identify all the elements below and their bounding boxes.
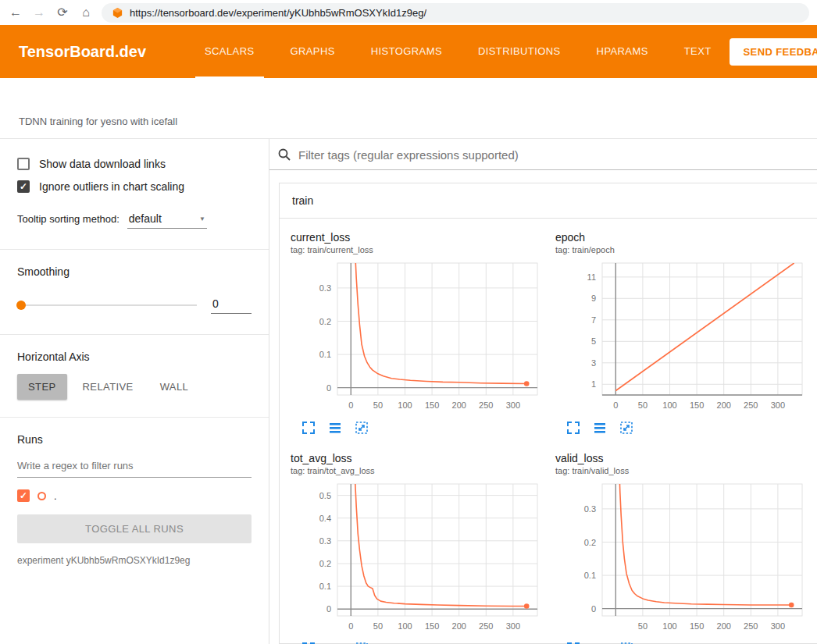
svg-text:250: 250 (744, 400, 758, 410)
svg-text:100: 100 (398, 621, 412, 631)
svg-text:150: 150 (690, 621, 704, 631)
expand-chart-button[interactable] (566, 421, 580, 435)
log-y-axis-button[interactable] (593, 421, 607, 435)
run-color-swatch (37, 492, 46, 500)
line-chart[interactable]: 05010015020025030000.10.20.30.40.5 (291, 480, 551, 639)
experiment-id-caption: experiment yKUbhb5wRmOSXYkId1z9eg (17, 555, 252, 566)
svg-text:0: 0 (326, 604, 331, 614)
dropdown-arrow-icon: ▼ (199, 215, 205, 222)
forward-icon[interactable]: → (31, 6, 47, 19)
svg-text:300: 300 (771, 400, 785, 410)
ignore-outliers-label: Ignore outliers in chart scaling (39, 180, 184, 193)
tooltip-sorting-row: Tooltip sorting method: default ▼ (17, 212, 252, 229)
svg-text:300: 300 (771, 621, 785, 631)
expand-chart-button[interactable] (301, 421, 316, 435)
run-checkbox[interactable]: ✓ (17, 489, 30, 502)
smoothing-label: Smoothing (17, 265, 252, 278)
ignore-outliers-row[interactable]: ✓ Ignore outliers in chart scaling (17, 180, 252, 193)
line-chart[interactable]: 0501001502002503001357911 (555, 259, 815, 418)
svg-text:0.1: 0.1 (319, 582, 331, 591)
divider (0, 334, 269, 335)
svg-text:50: 50 (638, 621, 648, 631)
svg-text:0.3: 0.3 (584, 504, 596, 514)
svg-text:3: 3 (591, 358, 596, 368)
tab-graphs[interactable]: GRAPHS (281, 25, 344, 78)
tooltip-sorting-select[interactable]: default ▼ (127, 212, 207, 229)
divider (0, 417, 269, 418)
url-text: https://tensorboard.dev/experiment/yKUbh… (130, 7, 426, 19)
svg-text:100: 100 (398, 400, 412, 410)
svg-text:50: 50 (638, 400, 648, 410)
tab-scalars[interactable]: SCALARS (195, 25, 264, 78)
smoothing-value[interactable]: 0 (211, 297, 252, 314)
log-y-axis-icon (593, 421, 607, 435)
axis-step-button[interactable]: STEP (17, 374, 67, 400)
checkbox-checked-icon[interactable]: ✓ (17, 180, 30, 193)
fullscreen-icon (301, 421, 316, 435)
axis-wall-button[interactable]: WALL (149, 374, 200, 400)
axis-relative-button[interactable]: RELATIVE (72, 374, 144, 400)
checkbox-unchecked-icon[interactable] (17, 158, 30, 170)
svg-text:7: 7 (591, 315, 596, 325)
svg-text:5: 5 (591, 336, 596, 346)
svg-text:0.3: 0.3 (319, 536, 331, 546)
app-header: TensorBoard.dev SCALARS GRAPHS HISTOGRAM… (0, 25, 817, 78)
svg-text:0: 0 (348, 400, 353, 410)
show-download-links-row[interactable]: Show data download links (17, 158, 252, 170)
search-icon (277, 148, 291, 162)
svg-text:150: 150 (690, 400, 704, 410)
chart-tag: tag: train/current_loss (291, 245, 551, 254)
svg-text:150: 150 (425, 400, 439, 410)
tag-filter-row (269, 139, 817, 170)
svg-text:300: 300 (506, 400, 520, 410)
svg-text:0: 0 (613, 400, 618, 410)
settings-sidebar: Show data download links ✓ Ignore outlie… (0, 139, 269, 644)
svg-text:0.2: 0.2 (319, 559, 331, 568)
fullscreen-icon (566, 421, 580, 435)
refresh-icon[interactable]: ⟳ (55, 6, 70, 19)
smoothing-slider[interactable] (17, 304, 197, 306)
divider (0, 249, 269, 250)
toggle-all-runs-button[interactable]: TOGGLE ALL RUNS (17, 514, 252, 543)
line-chart[interactable]: 5010015020025030000.10.20.3 (555, 480, 815, 639)
tab-distributions[interactable]: DISTRIBUTIONS (469, 25, 570, 78)
app-logo[interactable]: TensorBoard.dev (19, 43, 146, 61)
svg-text:0: 0 (348, 621, 353, 631)
home-icon[interactable]: ⌂ (78, 6, 94, 19)
tag-filter-input[interactable] (298, 148, 814, 162)
back-icon[interactable]: ← (8, 6, 23, 19)
line-chart[interactable]: 05010015020025030000.10.20.3 (291, 259, 551, 418)
send-feedback-button[interactable]: SEND FEEDBACK (730, 38, 817, 66)
address-bar[interactable]: https://tensorboard.dev/experiment/yKUbh… (102, 3, 809, 23)
svg-text:0: 0 (326, 383, 331, 393)
content: Show data download links ✓ Ignore outlie… (0, 139, 817, 644)
fit-data-button[interactable] (619, 421, 633, 435)
nav-tabs: SCALARS GRAPHS HISTOGRAMS DISTRIBUTIONS … (187, 25, 730, 78)
tab-hparams[interactable]: HPARAMS (587, 25, 658, 78)
run-item[interactable]: ✓ . (17, 489, 252, 502)
chart-title: epoch (555, 231, 815, 244)
log-y-axis-button[interactable] (328, 421, 342, 435)
tooltip-sorting-value: default (129, 212, 162, 225)
svg-text:0.3: 0.3 (319, 283, 331, 293)
fit-data-button[interactable] (355, 421, 369, 435)
tensorboard-favicon (112, 7, 123, 19)
svg-text:9: 9 (591, 294, 596, 303)
svg-text:100: 100 (662, 400, 676, 410)
chart-title: valid_loss (555, 452, 815, 464)
log-y-axis-icon (328, 421, 342, 435)
svg-text:0.2: 0.2 (584, 538, 596, 547)
chart-tag: tag: train/valid_loss (555, 466, 815, 475)
show-download-links-label: Show data download links (39, 158, 166, 170)
svg-text:200: 200 (452, 621, 466, 631)
tab-histograms[interactable]: HISTOGRAMS (362, 25, 451, 78)
tooltip-sorting-label: Tooltip sorting method: (17, 213, 120, 225)
group-title[interactable]: train (280, 183, 817, 219)
slider-thumb[interactable] (16, 301, 26, 310)
runs-filter-input[interactable] (17, 455, 252, 478)
chart-card-epoch: epoch tag: train/epoch 05010015020025030… (555, 231, 815, 435)
svg-text:1: 1 (591, 379, 596, 389)
screen: ← → ⟳ ⌂ https://tensorboard.dev/experime… (0, 0, 817, 644)
svg-text:200: 200 (717, 621, 731, 631)
tab-text[interactable]: TEXT (675, 25, 721, 78)
